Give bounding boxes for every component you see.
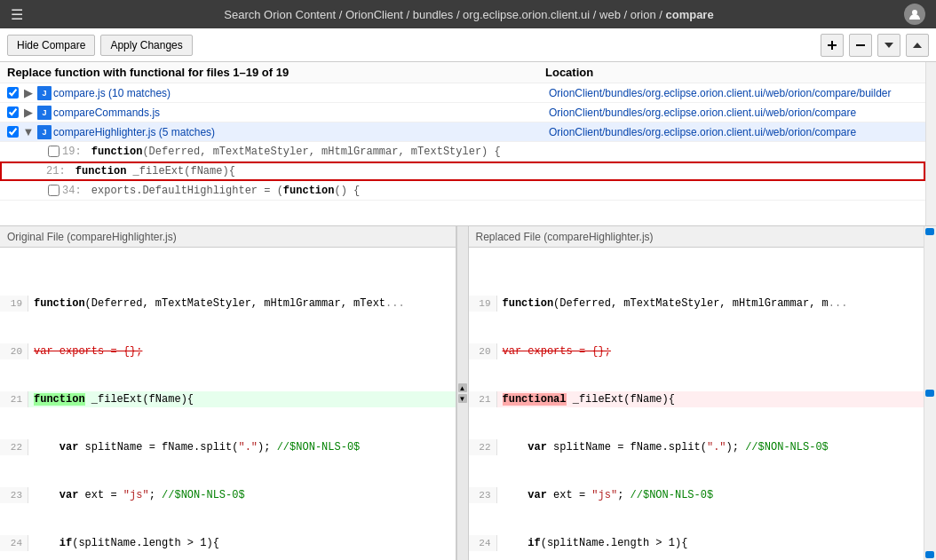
- file-checkbox-3[interactable]: [7, 126, 19, 138]
- file-icon-col: J: [36, 86, 53, 100]
- hamburger-menu[interactable]: ☰: [11, 6, 23, 23]
- left-line-19: 19 function(Deferred, mTextMateStyler, m…: [0, 296, 456, 312]
- left-line-24: 24 if(splitName.length > 1){: [0, 535, 456, 551]
- match-checkbox-34[interactable]: [48, 185, 59, 196]
- file-location-2: OrionClient/bundles/org.eclipse.orion.cl…: [549, 106, 922, 119]
- js-file-icon-3: J: [37, 125, 52, 139]
- match-check-34[interactable]: [44, 185, 62, 196]
- right-panel-header: Replaced File (compareHighlighter.js): [469, 226, 924, 248]
- file-name-3: compareHighlighter.js (5 matches): [53, 126, 549, 138]
- right-panel-title: Replaced File (compareHighlighter.js): [476, 231, 654, 243]
- right-code-lines: 19 function(Deferred, mTextMateStyler, m…: [469, 248, 924, 560]
- svg-rect-3: [856, 44, 865, 46]
- add-icon-button[interactable]: [821, 34, 844, 57]
- file-row-comparecommands-js[interactable]: ▶ J compareCommands.js OrionClient/bundl…: [0, 103, 925, 122]
- file-location-3: OrionClient/bundles/org.eclipse.orion.cl…: [549, 126, 922, 138]
- right-code-container[interactable]: 19 function(Deferred, mTextMateStyler, m…: [469, 248, 924, 560]
- left-code-container[interactable]: 19 function(Deferred, mTextMateStyler, m…: [0, 248, 456, 560]
- scrollbar-thumb-mid: [925, 390, 934, 397]
- right-line-20: 20 var exports = {};: [469, 343, 924, 359]
- match-content-34: 34: exports.DefaultHighlighter = (functi…: [62, 185, 922, 197]
- match-content-19: 19: function(Deferred, mTextMateStyler, …: [62, 146, 922, 158]
- file-path-link-3[interactable]: OrionClient/bundles/org.eclipse.orion.cl…: [549, 126, 856, 138]
- results-scrollbar[interactable]: [925, 62, 936, 225]
- scrollbar-thumb-bottom: [925, 551, 934, 558]
- file-link-2[interactable]: compareCommands.js: [53, 106, 160, 119]
- file-path-link-2[interactable]: OrionClient/bundles/org.eclipse.orion.cl…: [549, 106, 856, 119]
- svg-rect-2: [828, 44, 837, 46]
- match-checkbox-19[interactable]: [48, 146, 59, 157]
- arrow-down-icon-button[interactable]: [877, 34, 900, 57]
- file-location-1: OrionClient/bundles/org.eclipse.orion.cl…: [549, 87, 922, 99]
- file-row-compare-js[interactable]: ▶ J compare.js (10 matches) OrionClient/…: [0, 83, 925, 103]
- expand-col-2[interactable]: ▶: [21, 106, 36, 119]
- toolbar: Hide Compare Apply Changes: [0, 28, 936, 62]
- arrow-up-icon-button[interactable]: [906, 34, 929, 57]
- right-line-19: 19 function(Deferred, mTextMateStyler, m…: [469, 296, 924, 312]
- divider-up-arrow[interactable]: ▲: [458, 383, 467, 392]
- file-checkbox-1[interactable]: [7, 87, 19, 99]
- replace-header: Replace function with functional for fil…: [7, 66, 545, 79]
- file-name-2: compareCommands.js: [53, 106, 549, 119]
- file-link-1[interactable]: compare.js (10 matches): [53, 87, 171, 99]
- file-name-1: compare.js (10 matches): [53, 87, 549, 99]
- results-pane: Replace function with functional for fil…: [0, 62, 936, 226]
- compare-area: Original File (compareHighlighter.js) 19…: [0, 226, 936, 560]
- breadcrumb: Search Orion Content / OrionClient / bun…: [34, 8, 904, 21]
- checkbox-col-3[interactable]: [4, 126, 21, 138]
- right-line-21: 21 functional _fileExt(fName){: [469, 391, 924, 407]
- right-line-22: 22 var splitName = fName.split("."); //$…: [469, 439, 924, 455]
- scrollbar-thumb-top: [925, 228, 934, 235]
- right-line-24: 24 if(splitName.length > 1){: [469, 535, 924, 551]
- right-line-23: 23 var ext = "js"; //$NON-NLS-0$: [469, 487, 924, 503]
- results-header: Replace function with functional for fil…: [0, 62, 925, 83]
- panel-divider: ▲ ▼: [456, 226, 469, 560]
- divider-down-arrow[interactable]: ▼: [458, 394, 467, 403]
- checkbox-col[interactable]: [4, 87, 21, 99]
- user-avatar[interactable]: [904, 4, 925, 25]
- file-link-3[interactable]: compareHighlighter.js (5 matches): [53, 126, 215, 138]
- hide-compare-button[interactable]: Hide Compare: [7, 35, 95, 56]
- match-row-19[interactable]: 19: function(Deferred, mTextMateStyler, …: [0, 142, 925, 162]
- expand-col-3[interactable]: ▼: [21, 125, 36, 138]
- right-panel: Replaced File (compareHighlighter.js) 19…: [469, 226, 924, 560]
- left-panel-title: Original File (compareHighlighter.js): [7, 231, 177, 243]
- left-line-20: 20 var exports = {};: [0, 343, 456, 359]
- expand-col[interactable]: ▶: [21, 86, 36, 99]
- top-bar: ☰ Search Orion Content / OrionClient / b…: [0, 0, 936, 28]
- js-file-icon-2: J: [37, 106, 52, 120]
- breadcrumb-text: Search Orion Content / OrionClient / bun…: [224, 8, 713, 21]
- left-line-23: 23 var ext = "js"; //$NON-NLS-0$: [0, 487, 456, 503]
- left-code-lines: 19 function(Deferred, mTextMateStyler, m…: [0, 248, 456, 560]
- apply-changes-button[interactable]: Apply Changes: [100, 35, 192, 56]
- left-line-22: 22 var splitName = fName.split("."); //$…: [0, 439, 456, 455]
- right-scrollbar[interactable]: [924, 226, 936, 560]
- checkbox-col-2[interactable]: [4, 106, 21, 118]
- file-row-comparehighlighter-js[interactable]: ▼ J compareHighlighter.js (5 matches) Or…: [0, 122, 925, 142]
- match-content-21: 21: function _fileExt(fName){: [46, 165, 920, 177]
- file-path-link-1[interactable]: OrionClient/bundles/org.eclipse.orion.cl…: [549, 87, 892, 99]
- match-check-19[interactable]: [44, 146, 62, 157]
- file-icon-col-3: J: [36, 125, 53, 139]
- file-icon-col-2: J: [36, 106, 53, 120]
- left-panel-header: Original File (compareHighlighter.js): [0, 226, 456, 248]
- file-checkbox-2[interactable]: [7, 106, 19, 118]
- left-line-21: 21 function _fileExt(fName){: [0, 391, 456, 407]
- location-header: Location: [545, 66, 918, 79]
- js-file-icon: J: [37, 86, 52, 100]
- results-list: Replace function with functional for fil…: [0, 62, 925, 225]
- match-row-34[interactable]: 34: exports.DefaultHighlighter = (functi…: [0, 181, 925, 201]
- match-row-21[interactable]: 21: function _fileExt(fName){: [0, 162, 925, 181]
- left-panel: Original File (compareHighlighter.js) 19…: [0, 226, 456, 560]
- remove-icon-button[interactable]: [849, 34, 872, 57]
